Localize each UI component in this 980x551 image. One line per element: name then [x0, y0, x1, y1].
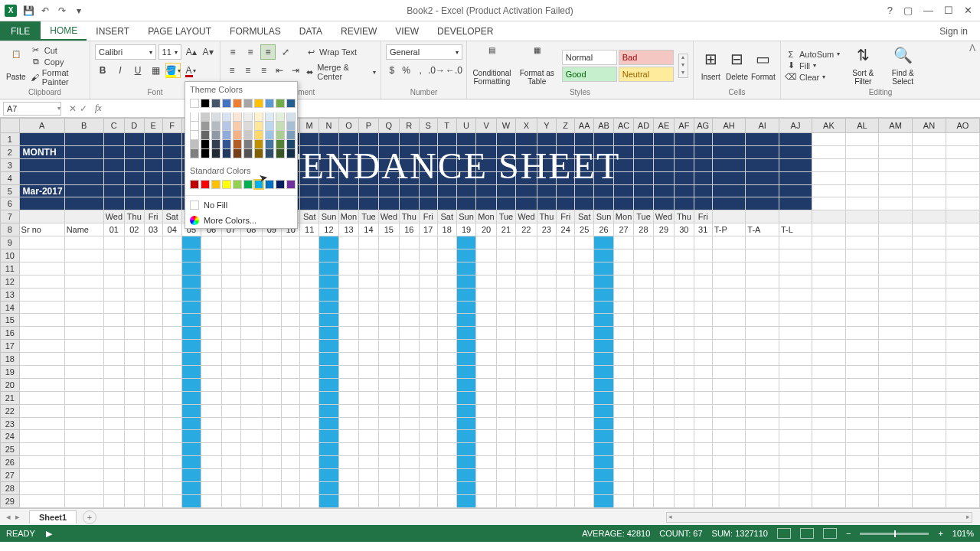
cell[interactable]	[537, 314, 557, 327]
cell[interactable]	[103, 184, 124, 197]
cell[interactable]	[419, 494, 437, 507]
horizontal-scrollbar[interactable]: ◂▸	[666, 512, 972, 523]
cell[interactable]	[400, 171, 420, 184]
cell[interactable]	[319, 417, 339, 430]
cell[interactable]	[496, 494, 515, 507]
cell[interactable]	[694, 145, 712, 158]
cell[interactable]	[634, 469, 653, 482]
cell[interactable]	[879, 482, 913, 495]
cell[interactable]	[162, 262, 181, 275]
cell[interactable]	[64, 288, 103, 301]
cell[interactable]	[378, 469, 399, 482]
color-swatch[interactable]	[222, 149, 231, 158]
cell[interactable]	[879, 456, 913, 469]
cell[interactable]	[400, 378, 420, 391]
cell[interactable]	[634, 184, 653, 197]
column-header[interactable]: X	[516, 119, 537, 133]
cell[interactable]	[400, 340, 420, 353]
color-swatch[interactable]	[243, 180, 253, 189]
cell[interactable]	[456, 288, 476, 301]
cell[interactable]	[653, 249, 674, 262]
color-swatch[interactable]	[276, 131, 285, 140]
cell[interactable]	[746, 482, 779, 495]
cell[interactable]	[694, 262, 712, 275]
cell[interactable]	[338, 288, 358, 301]
cell[interactable]	[634, 133, 653, 146]
cell[interactable]	[64, 456, 103, 469]
cell[interactable]	[779, 482, 812, 495]
cell[interactable]	[653, 275, 674, 288]
cell[interactable]	[359, 494, 378, 507]
cell[interactable]	[162, 366, 181, 379]
cell[interactable]	[419, 262, 437, 275]
cell[interactable]	[946, 391, 979, 404]
cell[interactable]	[779, 236, 812, 249]
cell[interactable]	[675, 430, 694, 443]
cell[interactable]	[378, 378, 399, 391]
cell[interactable]	[557, 482, 575, 495]
cell[interactable]	[634, 158, 653, 171]
cell[interactable]	[712, 469, 746, 482]
cell[interactable]	[812, 340, 846, 353]
cell[interactable]	[712, 133, 746, 146]
cell[interactable]	[557, 353, 575, 366]
cell[interactable]	[419, 236, 437, 249]
cell[interactable]	[653, 158, 674, 171]
cell[interactable]	[378, 249, 399, 262]
cell[interactable]	[262, 366, 282, 379]
cell[interactable]	[779, 456, 812, 469]
cell[interactable]	[338, 249, 358, 262]
cell[interactable]	[557, 404, 575, 417]
cell[interactable]	[300, 456, 319, 469]
cell[interactable]	[338, 301, 358, 314]
worksheet-grid[interactable]: ABCDEFGHIJKLMNOPQRSTUVWXYZAAABACADAEAFAG…	[0, 118, 980, 508]
cell[interactable]	[300, 314, 319, 327]
cell[interactable]	[201, 288, 221, 301]
cell[interactable]	[319, 262, 339, 275]
cell[interactable]: Sun	[319, 210, 339, 223]
cell[interactable]	[262, 482, 282, 495]
cell[interactable]	[613, 301, 633, 314]
cell[interactable]	[282, 249, 300, 262]
cell[interactable]	[496, 404, 515, 417]
cell[interactable]	[779, 210, 812, 223]
cell[interactable]	[162, 197, 181, 210]
cell[interactable]	[221, 430, 240, 443]
cell[interactable]	[300, 494, 319, 507]
column-header[interactable]: S	[419, 119, 437, 133]
cell[interactable]	[221, 443, 240, 456]
cell[interactable]	[181, 275, 201, 288]
cell[interactable]	[634, 430, 653, 443]
cell[interactable]	[437, 494, 456, 507]
cell[interactable]	[946, 430, 979, 443]
color-swatch[interactable]	[201, 149, 210, 158]
cell[interactable]	[779, 275, 812, 288]
cell[interactable]	[694, 171, 712, 184]
cell[interactable]	[437, 301, 456, 314]
cell[interactable]	[300, 353, 319, 366]
cell[interactable]	[913, 378, 946, 391]
cell[interactable]	[879, 366, 913, 379]
cell[interactable]	[476, 353, 496, 366]
cell[interactable]	[437, 314, 456, 327]
row-header[interactable]: 19	[1, 366, 20, 379]
cell[interactable]	[712, 327, 746, 340]
cell[interactable]	[181, 301, 201, 314]
column-header[interactable]: AK	[812, 119, 846, 133]
cell[interactable]	[746, 145, 779, 158]
cell[interactable]	[103, 443, 124, 456]
cell[interactable]	[653, 301, 674, 314]
undo-icon[interactable]: ↶	[40, 5, 51, 16]
styles-scroll[interactable]: ▴▾▾	[678, 54, 688, 78]
cell[interactable]	[653, 456, 674, 469]
column-header[interactable]: AH	[712, 119, 746, 133]
cell[interactable]	[913, 494, 946, 507]
cell[interactable]	[779, 340, 812, 353]
orientation-button[interactable]: ⤢	[278, 44, 293, 60]
cell[interactable]: 23	[537, 223, 557, 236]
cell[interactable]	[19, 391, 64, 404]
cell[interactable]	[694, 236, 712, 249]
cell[interactable]	[162, 133, 181, 146]
cell[interactable]	[241, 288, 262, 301]
cell[interactable]	[537, 249, 557, 262]
